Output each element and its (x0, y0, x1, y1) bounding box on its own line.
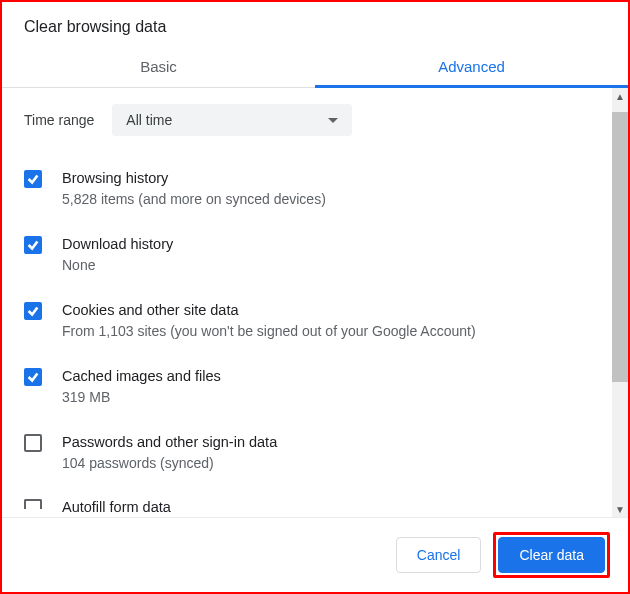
content-area: Time range All time Browsing history 5,8… (2, 88, 612, 517)
item-sub: 319 MB (62, 388, 590, 408)
check-icon (26, 172, 40, 186)
check-icon (26, 238, 40, 252)
scroll-down-icon[interactable]: ▼ (612, 501, 628, 517)
checkbox-autofill[interactable] (24, 499, 42, 509)
item-title: Download history (62, 234, 590, 254)
item-sub: 104 passwords (synced) (62, 454, 590, 474)
check-icon (26, 304, 40, 318)
checkbox-cached[interactable] (24, 368, 42, 386)
list-item: Passwords and other sign-in data 104 pas… (24, 422, 590, 488)
list-item: Autofill form data (24, 487, 590, 517)
item-title: Autofill form data (62, 497, 590, 517)
checkbox-passwords[interactable] (24, 434, 42, 452)
list-item: Browsing history 5,828 items (and more o… (24, 158, 590, 224)
item-title: Passwords and other sign-in data (62, 432, 590, 452)
list-item: Cookies and other site data From 1,103 s… (24, 290, 590, 356)
cancel-button[interactable]: Cancel (396, 537, 482, 573)
item-sub: From 1,103 sites (you won't be signed ou… (62, 322, 590, 342)
scrollbar-thumb[interactable] (612, 112, 628, 382)
item-sub: 5,828 items (and more on synced devices) (62, 190, 590, 210)
clear-data-button[interactable]: Clear data (498, 537, 605, 573)
tab-basic[interactable]: Basic (2, 48, 315, 87)
dialog-title: Clear browsing data (2, 2, 628, 48)
tab-advanced[interactable]: Advanced (315, 48, 628, 87)
time-range-row: Time range All time (24, 104, 590, 136)
time-range-value: All time (126, 112, 172, 128)
highlight-annotation: Clear data (493, 532, 610, 578)
tabs: Basic Advanced (2, 48, 628, 88)
item-sub: None (62, 256, 590, 276)
list-item: Cached images and files 319 MB (24, 356, 590, 422)
item-title: Cached images and files (62, 366, 590, 386)
footer: Cancel Clear data (2, 517, 628, 592)
time-range-label: Time range (24, 112, 94, 128)
scroll-up-icon[interactable]: ▲ (612, 88, 628, 104)
scrollbar[interactable]: ▲ ▼ (612, 88, 628, 517)
checkbox-download-history[interactable] (24, 236, 42, 254)
item-title: Cookies and other site data (62, 300, 590, 320)
checkbox-cookies[interactable] (24, 302, 42, 320)
chevron-down-icon (328, 118, 338, 123)
item-title: Browsing history (62, 168, 590, 188)
time-range-select[interactable]: All time (112, 104, 352, 136)
checkbox-browsing-history[interactable] (24, 170, 42, 188)
list-item: Download history None (24, 224, 590, 290)
check-icon (26, 370, 40, 384)
